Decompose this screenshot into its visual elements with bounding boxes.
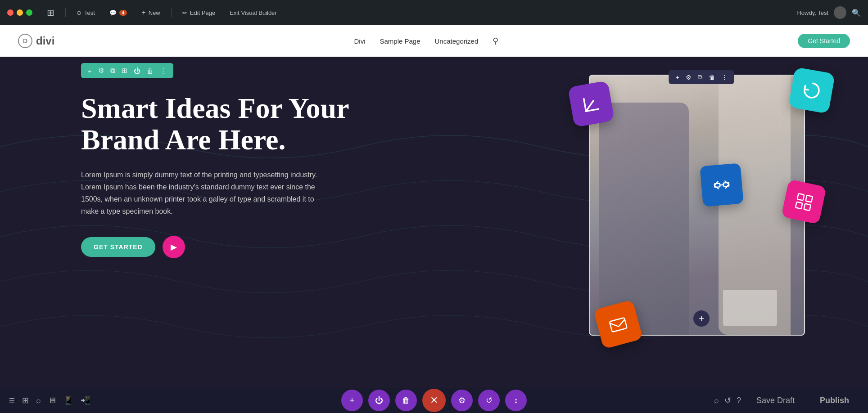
site-title-text: Test (84, 9, 95, 16)
header-actions: Get Started (798, 34, 850, 48)
builder-close-btn[interactable]: ✕ (422, 389, 446, 412)
image-frame (589, 75, 805, 336)
builder-bar: ≡ ⊞ ⌕ 🖥 📱 📲 + ⏻ 🗑 ✕ ⚙ ↺ ↕ ⌕ ↺ ? Save Dra… (0, 388, 868, 413)
col-settings-btn[interactable]: ⚙ (683, 73, 694, 82)
maximize-window-btn[interactable] (26, 9, 32, 16)
section-duplicate-btn[interactable]: ⧉ (108, 66, 118, 76)
builder-right: ⌕ ↺ ? Save Draft Publish (714, 391, 859, 410)
col-more-btn[interactable]: ⋮ (719, 73, 730, 82)
exit-builder-label: Exit Visual Builder (230, 9, 277, 16)
section-more-btn[interactable]: ⋮ (158, 66, 169, 76)
wp-logo-icon: ⊞ (47, 7, 54, 18)
builder-help-btn[interactable]: ? (737, 396, 741, 405)
comment-icon: 💬 (109, 9, 117, 16)
minimize-window-btn[interactable] (17, 9, 23, 16)
traffic-lights (7, 9, 32, 16)
save-draft-btn[interactable]: Save Draft (746, 391, 805, 410)
howdy-text: Howdy, Test (797, 9, 828, 16)
column-toolbar: + ⚙ ⧉ 🗑 ⋮ (669, 70, 734, 84)
builder-redo-btn[interactable]: ↺ (724, 395, 731, 405)
builder-sort-btn[interactable]: ↕ (505, 390, 527, 411)
builder-tablet-btn[interactable]: 📱 (63, 395, 73, 405)
col-duplicate-btn[interactable]: ⧉ (696, 72, 705, 82)
edit-page-label: Edit Page (190, 9, 215, 16)
site-nav: Divi Sample Page Uncategorized ⚲ (354, 36, 498, 46)
section-layout-btn[interactable]: ⊞ (119, 66, 130, 76)
plus-icon: + (141, 9, 145, 17)
search-icon[interactable]: 🔍 (852, 9, 861, 17)
comment-badge: 4 (119, 10, 127, 16)
admin-right: Howdy, Test 🔍 (797, 6, 861, 19)
svg-rect-3 (804, 203, 810, 210)
get-started-btn[interactable]: GET STARTED (81, 237, 155, 257)
builder-power-btn[interactable]: ⏻ (368, 390, 390, 411)
close-window-btn[interactable] (7, 9, 14, 16)
svg-rect-2 (796, 202, 802, 208)
builder-history-btn[interactable]: ↺ (478, 390, 500, 411)
float-icon-purple (568, 81, 615, 127)
builder-add-btn[interactable]: + (341, 390, 363, 411)
photo-bg (590, 76, 804, 335)
builder-zoom-btn[interactable]: ⌕ (714, 396, 719, 405)
section-toggle-btn[interactable]: ⏻ (131, 66, 143, 76)
site-logo: D divi (18, 34, 54, 48)
person-left (599, 103, 689, 336)
logo-text: divi (36, 35, 54, 47)
section-toolbar: + ⚙ ⧉ ⊞ ⏻ 🗑 ⋮ (81, 63, 173, 78)
section-add-btn[interactable]: + (86, 66, 94, 76)
col-delete-btn[interactable]: 🗑 (706, 73, 717, 82)
nav-sample-page[interactable]: Sample Page (380, 37, 420, 45)
svg-line-6 (720, 185, 723, 185)
publish-btn[interactable]: Publish (810, 391, 859, 410)
section-settings-btn[interactable]: ⚙ (96, 66, 106, 76)
hero-content: Smart Ideas For Your Brand Are Here. Lor… (81, 93, 351, 258)
svg-rect-0 (797, 193, 804, 200)
site-icon: ⊙ (77, 9, 81, 16)
builder-settings-btn[interactable]: ⚙ (451, 390, 473, 411)
builder-grid-btn[interactable]: ⊞ (22, 395, 29, 405)
image-add-btn[interactable]: + (693, 310, 710, 327)
float-icon-pink (781, 179, 827, 224)
comments-item[interactable]: 💬 4 (106, 8, 131, 18)
builder-left: ≡ ⊞ ⌕ 🖥 📱 📲 (9, 395, 90, 406)
edit-page-item[interactable]: ✏ Edit Page (179, 8, 219, 18)
nav-uncategorized[interactable]: Uncategorized (435, 37, 479, 45)
paper-object (723, 290, 777, 326)
builder-center: + ⏻ 🗑 ✕ ⚙ ↺ ↕ (341, 389, 527, 412)
separator-2 (171, 8, 172, 17)
builder-desktop-btn[interactable]: 🖥 (48, 396, 56, 405)
builder-mobile-btn[interactable]: 📲 (81, 395, 90, 405)
float-icon-cyan (788, 67, 835, 114)
site-title-item[interactable]: ⊙ Test (73, 8, 99, 18)
header-cta-btn[interactable]: Get Started (798, 34, 850, 48)
edit-icon: ✏ (182, 9, 187, 16)
builder-trash-btn[interactable]: 🗑 (395, 390, 417, 411)
float-icon-blue (700, 163, 744, 207)
hero-image-area: + ⚙ ⧉ 🗑 ⋮ (571, 66, 832, 363)
col-add-btn[interactable]: + (673, 73, 681, 82)
exit-builder-item[interactable]: Exit Visual Builder (226, 8, 280, 18)
main-canvas: + ⚙ ⧉ ⊞ ⏻ 🗑 ⋮ Smart Ideas For Your Brand… (0, 57, 868, 388)
hero-description: Lorem Ipsum is simply dummy text of the … (81, 169, 324, 218)
site-search-btn[interactable]: ⚲ (493, 36, 498, 46)
logo-circle: D (18, 34, 32, 48)
svg-rect-1 (805, 195, 812, 202)
new-label: New (149, 9, 160, 16)
hero-actions: GET STARTED ▶ (81, 236, 351, 258)
wp-logo-item[interactable]: ⊞ (43, 5, 58, 20)
builder-menu-btn[interactable]: ≡ (9, 395, 15, 406)
section-delete-btn[interactable]: 🗑 (145, 66, 156, 76)
avatar (834, 6, 846, 19)
separator-1 (65, 8, 66, 17)
new-item[interactable]: + New (138, 7, 163, 18)
nav-divi[interactable]: Divi (354, 37, 365, 45)
arrow-btn[interactable]: ▶ (163, 236, 185, 258)
site-header: D divi Divi Sample Page Uncategorized ⚲ … (0, 25, 868, 57)
wp-admin-bar: ⊞ ⊙ Test 💬 4 + New ✏ Edit Page Exit Visu… (0, 0, 868, 25)
builder-search-btn[interactable]: ⌕ (36, 396, 41, 405)
hero-title: Smart Ideas For Your Brand Are Here. (81, 93, 351, 156)
